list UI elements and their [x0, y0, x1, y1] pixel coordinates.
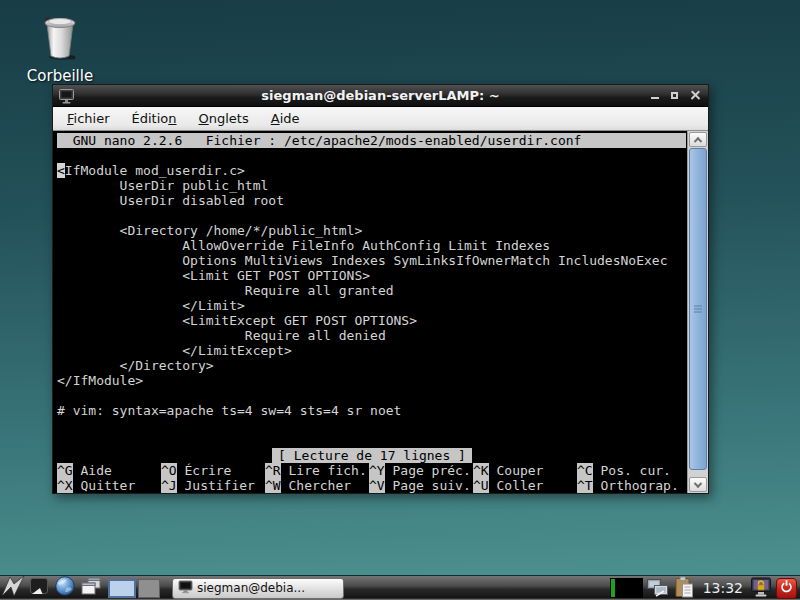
- chevron-up-icon: [694, 137, 702, 145]
- term-line: [57, 208, 687, 223]
- clipboard-manager-icon[interactable]: [673, 576, 697, 600]
- nano-statusbar: [ Lecture de 17 lignes ]: [57, 448, 687, 463]
- nano-shortcut-bar: ^G Aide^O Écrire^R Lire fich.^Y Page pré…: [57, 463, 687, 493]
- show-desktop-icon: [28, 575, 50, 600]
- menu-item-onglets[interactable]: Onglets: [191, 109, 257, 128]
- nano-shortcut: ^K Couper: [473, 463, 577, 478]
- term-line: <LimitExcept GET POST OPTIONS>: [57, 313, 687, 328]
- nano-shortcut: ^Y Page préc.: [369, 463, 473, 478]
- scroll-up-button[interactable]: [689, 132, 707, 147]
- network-status-icon[interactable]: [646, 576, 670, 600]
- term-line: [57, 148, 687, 163]
- cpu-monitor[interactable]: [610, 578, 643, 598]
- menu-item-fichier[interactable]: Fichier: [59, 109, 118, 128]
- term-line: </IfModule>: [57, 373, 687, 388]
- web-browser-button[interactable]: [52, 576, 78, 600]
- nano-buffer: <IfModule mod_userdir.c> UserDir public_…: [57, 148, 687, 448]
- workspace-2[interactable]: [138, 579, 160, 598]
- term-line: </Limit>: [57, 298, 687, 313]
- cpu-usage-bar: [611, 579, 615, 597]
- term-line: </Directory>: [57, 358, 687, 373]
- logout-button[interactable]: [776, 578, 797, 599]
- chevron-down-icon: [694, 479, 702, 487]
- close-button[interactable]: [690, 90, 701, 101]
- scrollbar-track[interactable]: [689, 148, 707, 476]
- nano-shortcut: ^V Page suiv.: [369, 478, 473, 493]
- window-titlebar[interactable]: siegman@debian-serverLAMP: ~: [53, 85, 708, 107]
- term-line: <IfModule mod_userdir.c>: [57, 163, 687, 178]
- term-line: [57, 388, 687, 403]
- minimize-button[interactable]: [650, 90, 661, 101]
- term-line: AllowOverride FileInfo AuthConfig Limit …: [57, 238, 687, 253]
- scroll-down-button[interactable]: [689, 477, 707, 492]
- term-line: # vim: syntax=apache ts=4 sw=4 sts=4 sr …: [57, 403, 687, 418]
- term-line: Options MultiViews Indexes SymLinksIfOwn…: [57, 253, 687, 268]
- desktop: Corbeille siegman@debian-serverLAMP: ~ F…: [0, 0, 800, 600]
- text-cursor: <: [57, 163, 65, 178]
- trash-desktop-icon[interactable]: Corbeille: [14, 8, 106, 85]
- menu-item-edition[interactable]: Édition: [124, 109, 185, 128]
- term-line: UserDir public_html: [57, 178, 687, 193]
- globe-icon: [54, 575, 76, 600]
- term-line: UserDir disabled root: [57, 193, 687, 208]
- window-list-button[interactable]: [78, 576, 104, 600]
- terminal-window-icon: [58, 88, 75, 104]
- nano-titlebar: GNU nano 2.2.6 Fichier : /etc/apache2/mo…: [57, 133, 686, 148]
- term-line: <Limit GET POST OPTIONS>: [57, 268, 687, 283]
- terminal-task-icon: [178, 579, 193, 598]
- screen-lock-icon[interactable]: [749, 576, 773, 600]
- terminal-screen[interactable]: GNU nano 2.2.6 Fichier : /etc/apache2/mo…: [53, 131, 687, 493]
- power-icon: [779, 579, 794, 598]
- term-line: Require all denied: [57, 328, 687, 343]
- nano-shortcut: ^T Orthograp.: [577, 478, 681, 493]
- term-line: <Directory /home/*/public_html>: [57, 223, 687, 238]
- menu-item-aide[interactable]: Aide: [263, 109, 308, 128]
- term-line: </LimitExcept>: [57, 343, 687, 358]
- term-line: [57, 433, 687, 448]
- nano-shortcut: ^C Pos. cur.: [577, 463, 681, 478]
- taskbar-window-label: siegman@debia...: [197, 581, 305, 595]
- terminal-window: siegman@debian-serverLAMP: ~ FichierÉdit…: [52, 84, 709, 494]
- nano-shortcut: ^J Justifier: [161, 478, 265, 493]
- scrollbar-grip-icon: [694, 304, 702, 315]
- window-title: siegman@debian-serverLAMP: ~: [53, 88, 708, 103]
- lxde-logo-icon: [1, 574, 25, 600]
- nano-shortcut: ^W Chercher: [265, 478, 369, 493]
- show-desktop-button[interactable]: [26, 576, 52, 600]
- workspace-1[interactable]: [108, 579, 136, 598]
- nano-shortcut: ^O Écrire: [161, 463, 265, 478]
- workspace-pager: [108, 576, 160, 600]
- nano-shortcut: ^R Lire fich.: [265, 463, 369, 478]
- nano-shortcut: ^G Aide: [57, 463, 161, 478]
- windows-icon: [79, 574, 103, 600]
- maximize-button[interactable]: [670, 90, 681, 101]
- trash-icon-label: Corbeille: [14, 67, 106, 85]
- menubar: FichierÉditionOngletsAide: [53, 107, 708, 131]
- taskbar-window-button[interactable]: siegman@debia...: [172, 578, 344, 599]
- lxde-menu-button[interactable]: [0, 576, 26, 600]
- nano-shortcut: ^U Coller: [473, 478, 577, 493]
- nano-shortcut: ^X Quitter: [57, 478, 161, 493]
- clock[interactable]: 13:32: [700, 580, 746, 596]
- term-line: Require all granted: [57, 283, 687, 298]
- scrollbar-thumb[interactable]: [689, 148, 707, 470]
- terminal-scrollbar[interactable]: [687, 131, 708, 493]
- trash-icon: [34, 47, 86, 66]
- term-line: [57, 418, 687, 433]
- taskbar: siegman@debia...: [0, 575, 800, 600]
